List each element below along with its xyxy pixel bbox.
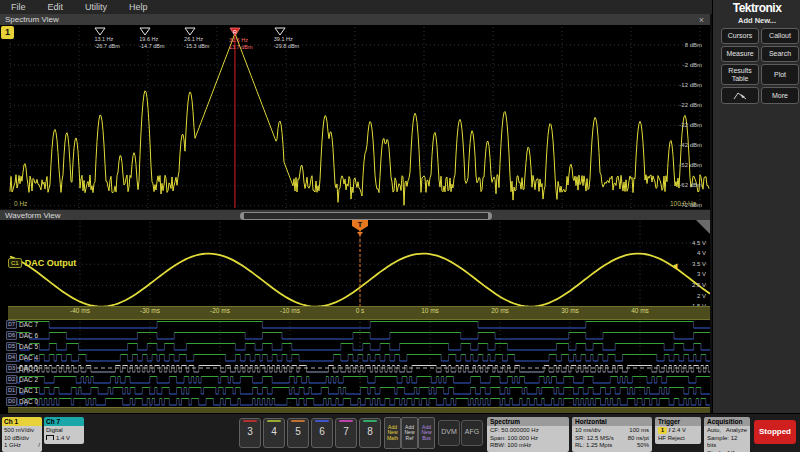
afg-button[interactable]: AFG <box>461 420 483 446</box>
rising-edge-icon: / <box>669 427 671 433</box>
waveform-view-title: Waveform View <box>0 211 61 220</box>
acquisition-settings-badge[interactable]: Acquisition Auto,Analyze Sample: 12 bits… <box>704 417 750 452</box>
oscilloscope-app: File Edit Utility Help Spectrum View × 1… <box>0 0 800 452</box>
logic-threshold-icon <box>46 435 54 440</box>
wave-y-label: 3.5 V <box>680 261 706 268</box>
menu-file[interactable]: File <box>0 2 37 12</box>
search-button[interactable]: Search <box>761 46 799 62</box>
menu-bar: File Edit Utility Help <box>0 0 712 14</box>
mask-icon <box>732 90 748 101</box>
time-label: -40 ms <box>67 307 93 314</box>
spectrum-y-label: -62 dBm <box>652 182 702 189</box>
trigger-settings-badge[interactable]: Trigger 1 / 2.4 V HF Reject <box>655 417 701 444</box>
digital-channel-label[interactable]: D6DAC 6 <box>6 331 38 340</box>
svg-text:R: R <box>233 29 237 35</box>
digital-channel-label[interactable]: D7DAC 7 <box>6 320 38 329</box>
spectrum-x-label-left: 0 Hz <box>14 200 27 207</box>
bottom-bar: Ch 1 500 mV/div 10 dB/div 1 GHz/ Ch 7 Di… <box>0 413 800 452</box>
time-label: -10 ms <box>277 307 303 314</box>
spectrum-view-header[interactable]: Spectrum View × <box>0 14 710 25</box>
time-label: 0 s <box>347 307 373 314</box>
spectrum-y-label: -22 dBm <box>652 102 702 109</box>
channel-reference-arrow-icon[interactable]: ◀ <box>672 262 677 269</box>
add-new-math-button[interactable]: Add New Math <box>384 417 401 449</box>
mask-button[interactable] <box>721 87 759 104</box>
wave-y-label: 2.5 V <box>680 282 706 289</box>
channel-4-button[interactable]: 4 <box>263 418 285 448</box>
digital-channel-label[interactable]: D5DAC 5 <box>6 342 38 351</box>
digital-channel-label[interactable]: D0DAC 0 <box>6 397 38 406</box>
spectrum-trace <box>0 25 710 209</box>
horizontal-settings-badge[interactable]: Horizontal 10 ms/div100 ms SR: 12.5 MS/s… <box>572 417 652 452</box>
menu-utility[interactable]: Utility <box>74 2 118 12</box>
channel-8-button[interactable]: 8 <box>359 418 381 448</box>
add-new-bus-button[interactable]: Add New Bus <box>418 417 435 449</box>
results-table-button[interactable]: Results Table <box>721 64 759 85</box>
channel-name: DAC Output <box>25 258 77 268</box>
spectrum-channel-handle[interactable]: 1 <box>1 26 14 39</box>
trigger-source-chip: 1 <box>658 427 667 434</box>
callout-button[interactable]: Callout <box>761 28 799 44</box>
spectrum-y-label: -42 dBm <box>652 142 702 149</box>
channel-3-button[interactable]: 3 <box>239 418 261 448</box>
channel-6-button[interactable]: 6 <box>311 418 333 448</box>
wave-y-label: 4 V <box>680 250 706 257</box>
ch7-badge[interactable]: Ch 7 Digital 1.4 V <box>44 417 84 444</box>
digital-channel-label[interactable]: D2DAC 2 <box>6 375 38 384</box>
wave-y-label: 4.5 V <box>680 240 706 247</box>
spectrum-y-label: 8 dBm <box>652 42 702 49</box>
right-panel: Tektronix Add New... Cursors Callout Mea… <box>712 0 800 413</box>
time-label: -30 ms <box>137 307 163 314</box>
time-label: 10 ms <box>417 307 443 314</box>
channel-badge: C1 <box>8 258 22 268</box>
time-label: 40 ms <box>627 307 653 314</box>
cursors-button[interactable]: Cursors <box>721 28 759 44</box>
add-new-ref-button[interactable]: Add New Ref <box>401 417 418 449</box>
digital-channel-label[interactable]: D1DAC 1 <box>6 386 38 395</box>
time-label: 20 ms <box>487 307 513 314</box>
spectrum-y-label: -32 dBm <box>652 122 702 129</box>
more-button[interactable]: More <box>761 87 799 104</box>
spectrum-view-title: Spectrum View <box>0 15 59 24</box>
time-label: -20 ms <box>207 307 233 314</box>
spectrum-y-label: -52 dBm <box>652 162 702 169</box>
time-label: 30 ms <box>557 307 583 314</box>
spectrum-settings-badge[interactable]: Spectrum CF: 50.000000 Hz Span: 100.000 … <box>487 417 569 452</box>
menu-edit[interactable]: Edit <box>37 2 75 12</box>
stopped-button[interactable]: Stopped <box>754 420 796 444</box>
dvm-button[interactable]: DVM <box>438 420 460 446</box>
close-icon[interactable]: × <box>699 15 704 25</box>
spectrum-marker[interactable]: 39.1 Hz-29.8 dBm <box>274 27 328 49</box>
channel-label[interactable]: C1 DAC Output <box>8 258 76 268</box>
channel-5-button[interactable]: 5 <box>287 418 309 448</box>
zoom-pan-navigation-bar[interactable] <box>240 212 492 220</box>
spectrum-plot[interactable]: 1 8 dBm -2 dBm -12 dBm -22 dBm -32 dBm -… <box>0 25 710 209</box>
menu-help[interactable]: Help <box>118 2 159 12</box>
waveform-plot[interactable]: T C1 DAC Output ◀ 4.5 V 4 V 3.5 V 3 V 2.… <box>0 220 710 413</box>
spectrum-y-label: -12 dBm <box>652 82 702 89</box>
ch1-badge[interactable]: Ch 1 500 mV/div 10 dB/div 1 GHz/ <box>2 417 42 452</box>
expansion-point-icon <box>357 232 363 236</box>
wave-y-label: 2 V <box>680 293 706 300</box>
digital-channel-label[interactable]: D3DAC 3 <box>6 364 38 373</box>
collapse-handle[interactable] <box>696 220 710 234</box>
digital-channel-label[interactable]: D4DAC 4 <box>6 353 38 362</box>
probe-icon: / <box>38 442 40 450</box>
spectrum-y-label: -2 dBm <box>652 62 702 69</box>
measure-button[interactable]: Measure <box>721 46 759 62</box>
tektronix-logo: Tektronix <box>713 1 800 15</box>
spectrum-x-label-right: 100.0 Hz <box>670 200 696 207</box>
channel-7-button[interactable]: 7 <box>335 418 357 448</box>
add-new-label: Add New... <box>713 16 800 25</box>
wave-y-label: 3 V <box>680 271 706 278</box>
plot-button[interactable]: Plot <box>761 64 799 85</box>
